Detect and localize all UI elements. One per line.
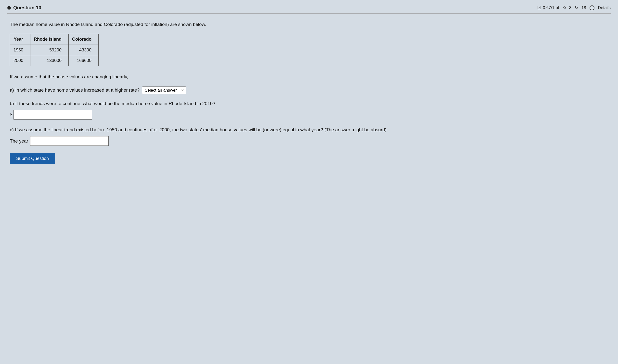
question-header: Question 10 ☑ 0.67/1 pt ⟲ 3 ↻ 18 i Detai… <box>7 5 611 14</box>
part-a-select[interactable]: Select an answer Rhode Island Colorado <box>142 87 186 94</box>
col-header-colorado: Colorado <box>69 34 99 45</box>
part-b-input[interactable] <box>14 110 92 119</box>
col-header-rhode-island: Rhode Island <box>30 34 69 45</box>
table-cell-1: 133000 <box>30 55 69 66</box>
table-cell-0: 1950 <box>10 45 30 55</box>
question-title: Question 10 <box>7 5 41 11</box>
header-right: ☑ 0.67/1 pt ⟲ 3 ↻ 18 i Details <box>537 5 611 11</box>
page-container: Question 10 ☑ 0.67/1 pt ⟲ 3 ↻ 18 i Detai… <box>0 0 618 364</box>
checkmark-icon: ☑ <box>537 5 541 11</box>
part-c-input[interactable] <box>30 136 109 146</box>
the-year-label: The year <box>10 137 28 145</box>
info-icon[interactable]: i <box>590 5 594 10</box>
intro-text: The median home value in Rhode Island an… <box>10 21 611 28</box>
part-b-label: b) If these trends were to continue, wha… <box>10 100 611 107</box>
table-cell-2: 43300 <box>69 45 99 55</box>
part-a-label: a) In which state have home values incre… <box>10 86 139 94</box>
score-info: ☑ 0.67/1 pt <box>537 5 559 11</box>
dollar-sign: $ <box>10 111 13 118</box>
table-row: 2000133000166600 <box>10 55 99 66</box>
table-header-row: Year Rhode Island Colorado <box>10 34 99 45</box>
details-link[interactable]: Details <box>598 5 611 10</box>
submit-button[interactable]: Submit Question <box>10 153 55 164</box>
part-a: a) In which state have home values incre… <box>10 86 611 94</box>
undo-icon: ⟲ <box>563 5 566 10</box>
question-dot-icon <box>7 6 11 10</box>
part-c-label: c) If we assume the linear trend existed… <box>10 126 611 134</box>
question-body: The median home value in Rhode Island an… <box>7 21 611 164</box>
col-header-year: Year <box>10 34 30 45</box>
the-year-row: The year <box>10 136 611 146</box>
table-cell-1: 59200 <box>30 45 69 55</box>
table-cell-0: 2000 <box>10 55 30 66</box>
dollar-input-row: $ <box>10 110 611 119</box>
table-row: 19505920043300 <box>10 45 99 55</box>
linear-text: If we assume that the house values are c… <box>10 73 611 81</box>
table-cell-2: 166600 <box>69 55 99 66</box>
score-value: 0.67/1 pt <box>543 5 559 10</box>
question-label: Question 10 <box>13 5 41 11</box>
refresh-count: 18 <box>581 5 586 10</box>
undo-count: 3 <box>569 5 571 10</box>
refresh-icon: ↻ <box>575 5 578 10</box>
data-table: Year Rhode Island Colorado 1950592004330… <box>10 34 99 66</box>
